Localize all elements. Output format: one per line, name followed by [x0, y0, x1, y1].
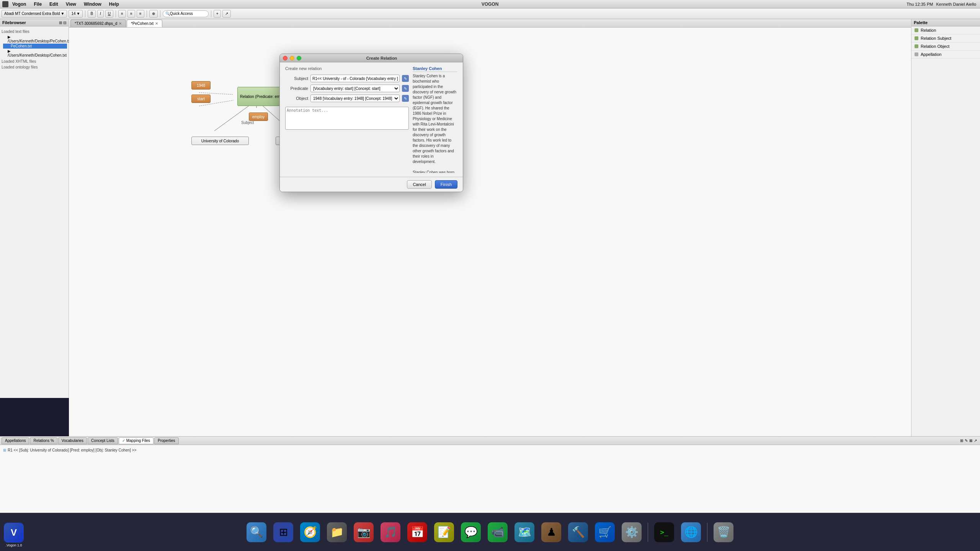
dialog-right-title: Stanley Cohen	[413, 66, 457, 72]
dialog-subject-label: Subject	[285, 76, 308, 81]
finish-button[interactable]: Finish	[435, 180, 457, 189]
modal-overlay: Create Relation Create new relation Subj…	[0, 0, 980, 551]
dialog-body: Create new relation Subject ✎ Predicate …	[280, 62, 463, 177]
dialog-predicate-label: Predicate	[285, 86, 308, 91]
cancel-button[interactable]: Cancel	[407, 180, 431, 189]
dialog-right-panel: Stanley Cohen Stanley Cohen is a biochem…	[413, 66, 457, 173]
dialog-object-edit-btn[interactable]: ✎	[402, 95, 409, 102]
dialog-annotation-textarea[interactable]	[285, 107, 409, 130]
dialog-predicate-row: Predicate [Vocabulary entry: start] [Con…	[285, 85, 409, 92]
dialog-subject-input[interactable]	[310, 75, 400, 82]
dialog-title: Create Relation	[304, 56, 460, 60]
dialog-zoom-btn[interactable]	[297, 56, 301, 60]
dialog-subtitle: Create new relation	[285, 66, 409, 71]
dialog-subject-edit-btn[interactable]: ✎	[402, 75, 409, 82]
dialog-predicate-select[interactable]: [Vocabulary entry: start] [Concept: star…	[310, 85, 400, 92]
dialog-right-text: Stanley Cohen is a biochemist who partic…	[413, 73, 457, 173]
dialog-subject-row: Subject ✎	[285, 75, 409, 82]
dialog-object-label: Object	[285, 96, 308, 101]
dialog-close-btn[interactable]	[283, 56, 287, 60]
dialog-object-row: Object 1948 [Vocabulary entry: 1948] [Co…	[285, 95, 409, 102]
create-relation-dialog: Create Relation Create new relation Subj…	[279, 54, 463, 192]
dialog-minimize-btn[interactable]	[290, 56, 294, 60]
dialog-predicate-edit-btn[interactable]: ✎	[402, 85, 409, 92]
dialog-object-select[interactable]: 1948 [Vocabulary entry: 1948] [Concept: …	[310, 95, 400, 102]
dialog-left-panel: Create new relation Subject ✎ Predicate …	[285, 66, 409, 173]
dialog-footer: Cancel Finish	[280, 177, 463, 192]
dialog-titlebar: Create Relation	[280, 54, 463, 62]
